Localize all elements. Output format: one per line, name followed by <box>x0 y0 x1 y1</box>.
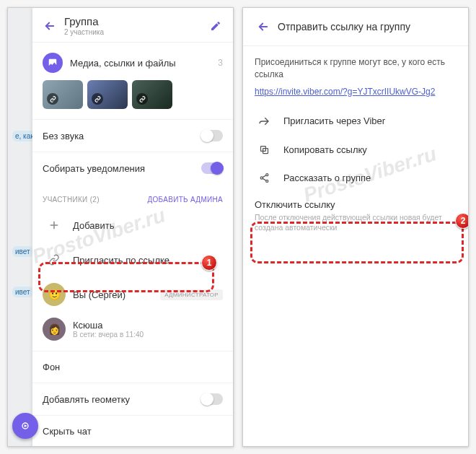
phone-left: е, как ивет ивет ProstoViber.ru Группа 2… <box>7 7 234 447</box>
action-label: Копировать ссылку <box>283 144 367 155</box>
collect-notifications-row[interactable]: Собирать уведомления <box>32 152 233 184</box>
background-row[interactable]: Фон <box>32 351 233 383</box>
geo-toggle[interactable] <box>201 393 223 405</box>
participant-status: В сети: вчера в 11:40 <box>73 331 223 339</box>
media-icon <box>43 53 63 73</box>
hide-chat-label: Скрыть чат <box>43 426 223 437</box>
participant-me-row[interactable]: 🙂 Вы (Сергей) АДМИНИСТРАТОР <box>32 277 233 312</box>
chat-bubble-peek: ивет <box>12 287 33 297</box>
header-title: Отправить ссылку на группу <box>278 21 458 32</box>
back-button[interactable] <box>253 17 273 37</box>
header-subtitle: 2 участника <box>64 28 207 36</box>
svg-marker-1 <box>25 424 27 427</box>
share-arrow-icon <box>255 115 273 127</box>
media-count: 3 <box>218 58 223 68</box>
edit-button[interactable] <box>207 17 224 35</box>
link-icon <box>92 93 103 105</box>
participant-name: Ксюша <box>73 320 223 331</box>
mute-toggle[interactable] <box>201 130 223 141</box>
link-icon <box>47 93 58 105</box>
phone-right: ProstoViber.ru Отправить ссылку на групп… <box>242 7 469 447</box>
copy-icon <box>255 144 273 155</box>
disable-link-block[interactable]: Отключить ссылку После отключения действ… <box>243 192 468 243</box>
header: Группа 2 участника <box>32 8 233 43</box>
geo-row[interactable]: Добавлять геометку <box>32 383 233 415</box>
step-badge-2: 2 <box>455 213 469 229</box>
invite-label: Пригласить по ссылке <box>73 255 169 266</box>
media-header[interactable]: Медиа, ссылки и файлы 3 <box>43 43 223 80</box>
mute-row[interactable]: Без звука <box>32 119 233 152</box>
avatar: 👩 <box>43 318 66 341</box>
disable-link-subtitle: После отключения действующей ссылки нова… <box>255 212 457 232</box>
compose-fab[interactable] <box>12 413 38 439</box>
media-thumbs <box>43 80 223 119</box>
group-settings-panel: Группа 2 участника Медиа, ссылки и файлы… <box>32 8 233 447</box>
participant-row[interactable]: 👩 Ксюша В сети: вчера в 11:40 <box>32 312 233 346</box>
link-icon <box>43 248 66 271</box>
add-participant-row[interactable]: Добавить <box>32 208 233 243</box>
header: Отправить ссылку на группу <box>243 8 468 46</box>
collect-toggle[interactable] <box>201 162 223 174</box>
link-icon <box>136 93 148 105</box>
media-thumb[interactable] <box>132 80 172 109</box>
copy-link-row[interactable]: Копировать ссылку <box>243 136 468 164</box>
back-button[interactable] <box>40 16 60 36</box>
media-thumb[interactable] <box>43 80 83 109</box>
add-label: Добавить <box>73 220 114 231</box>
media-thumb[interactable] <box>87 80 128 109</box>
share-group-row[interactable]: Рассказать о группе <box>243 164 468 192</box>
header-title: Группа <box>64 15 207 27</box>
add-admin-link[interactable]: ДОБАВИТЬ АДМИНА <box>147 196 223 204</box>
info-text: Присоединиться к группе могут все, у ког… <box>243 46 468 87</box>
mute-label: Без звука <box>43 131 201 141</box>
geo-label: Добавлять геометку <box>43 394 201 405</box>
plus-icon <box>43 214 66 237</box>
admin-badge: АДМИНИСТРАТОР <box>160 289 223 300</box>
step-badge-1: 1 <box>201 255 217 271</box>
participant-name: Вы (Сергей) <box>73 289 160 300</box>
media-label: Медиа, ссылки и файлы <box>70 58 218 69</box>
chat-bubble-peek: ивет <box>12 246 33 257</box>
background-label: Фон <box>43 362 223 372</box>
action-label: Рассказать о группе <box>283 173 371 183</box>
hide-chat-row[interactable]: Скрыть чат <box>32 415 233 447</box>
disable-link-title: Отключить ссылку <box>255 199 457 210</box>
media-section: Медиа, ссылки и файлы 3 <box>32 43 233 119</box>
invite-link[interactable]: https://invite.viber.com/?g=YJTxcrIIUkwV… <box>243 87 468 107</box>
avatar: 🙂 <box>43 283 66 306</box>
collect-label: Собирать уведомления <box>43 163 201 174</box>
participants-title: УЧАСТНИКИ (2) <box>43 196 100 204</box>
invite-viber-row[interactable]: Пригласить через Viber <box>243 107 468 136</box>
share-icon <box>255 173 273 183</box>
participants-header: УЧАСТНИКИ (2) ДОБАВИТЬ АДМИНА <box>32 184 233 208</box>
action-label: Пригласить через Viber <box>283 115 385 126</box>
